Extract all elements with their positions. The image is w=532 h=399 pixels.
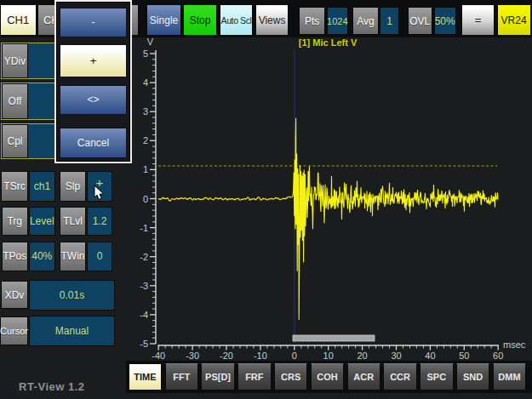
svg-text:2: 2 (143, 135, 148, 145)
svg-text:[1] Mic Left V: [1] Mic Left V (299, 37, 358, 48)
svg-text:0: 0 (292, 351, 297, 361)
svg-text:-1: -1 (140, 223, 148, 233)
svg-text:-4: -4 (140, 310, 148, 320)
svg-text:1: 1 (143, 164, 148, 174)
svg-text:40: 40 (425, 351, 435, 361)
svg-text:10: 10 (323, 351, 334, 361)
svg-text:4: 4 (143, 77, 148, 88)
svg-text:-30: -30 (186, 351, 199, 361)
svg-text:-2: -2 (140, 252, 148, 262)
svg-text:5: 5 (143, 48, 148, 59)
svg-text:0: 0 (143, 194, 148, 204)
svg-text:-40: -40 (152, 351, 165, 361)
svg-text:V: V (147, 37, 154, 47)
svg-text:-20: -20 (220, 351, 233, 361)
svg-text:-10: -10 (254, 351, 267, 361)
svg-text:-5: -5 (140, 339, 148, 349)
svg-text:msec: msec (503, 339, 526, 350)
svg-text:30: 30 (391, 351, 401, 361)
svg-text:20: 20 (357, 351, 367, 361)
svg-text:3: 3 (143, 106, 148, 117)
svg-text:50: 50 (459, 351, 469, 361)
svg-text:-3: -3 (140, 281, 148, 291)
svg-text:60: 60 (493, 351, 503, 361)
